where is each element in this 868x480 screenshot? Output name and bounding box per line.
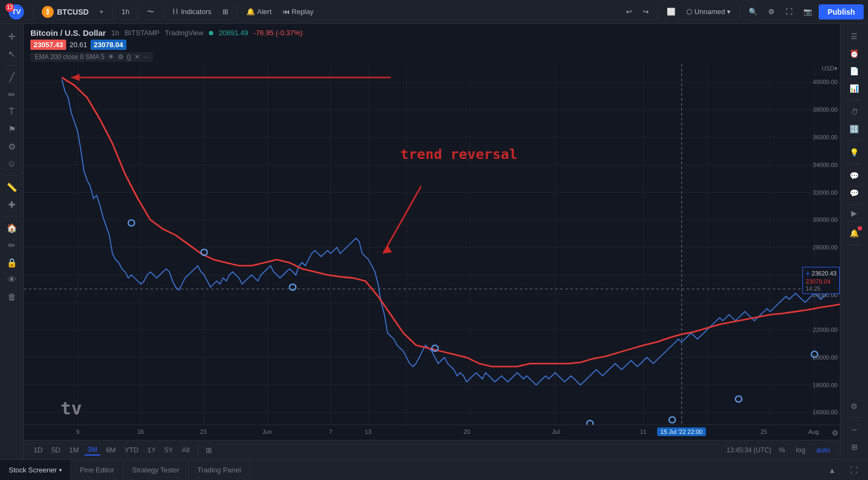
alerts-ring-btn[interactable]: 🔔 [845,225,864,241]
indicator-close-btn[interactable]: ✕ [135,53,140,61]
tab-strategy-tester[interactable]: Strategy Tester [123,460,188,480]
anchor-tool[interactable]: ⚑ [2,121,22,137]
time-1y[interactable]: 1Y [144,445,159,455]
time-1d[interactable]: 1D [30,445,46,455]
snapshot-icon: 📷 [803,8,812,16]
symbol-button[interactable]: ₿ BTCUSD [37,4,93,20]
indicator-settings-btn[interactable]: ⚙ [118,53,124,61]
svg-point-38 [669,417,675,423]
chat2-btn[interactable]: 💬 [845,185,864,201]
layouts-icon: ⊞ [222,8,228,16]
emoji-tool[interactable]: ☺ [2,156,22,172]
layouts-button[interactable]: ⊞ [218,5,233,18]
pattern-tool[interactable]: ⚙ [2,138,22,155]
time-ytd[interactable]: YTD [121,445,142,455]
pen-tool[interactable]: ✏ [2,86,22,103]
date-settings-btn[interactable]: ⚙ [832,428,839,438]
chart-canvas[interactable]: trend reversal tv 40000.00 38000.00 3600… [24,64,840,425]
ideas-btn[interactable]: 📊 [845,80,864,97]
replay-icon: ⏮ [283,8,290,16]
chart-symbol-full: Bitcoin / U.S. Dollar [30,28,106,37]
left-toolbar: ✛ ↖ ╱ ✏ T ⚑ ⚙ ☺ 📏 ✚ 🏠 ✏ 🔒 👁 🗑 [0,24,24,459]
tab-stock-screener[interactable]: Stock Screener ▾ [0,460,71,480]
timeframe-label: 1h [122,8,129,16]
svg-marker-32 [383,245,392,254]
publish-button[interactable]: Publish [819,4,864,20]
text-tool[interactable]: T [2,104,22,120]
stock-screener-label: Stock Screener [9,466,57,474]
alert-icon: 🔔 [246,8,255,16]
indicators-label: Indicators [181,8,211,16]
main-toolbar: TV 13 ₿ BTCUSD + 1h 〜 ⌇⌇ Indicators ⊞ 🔔 … [0,0,868,24]
add-symbol-button[interactable]: + [95,5,108,18]
watchlist-btn[interactable]: ☰ [845,28,864,44]
delete-tool[interactable]: 🗑 [2,289,22,305]
time-6m[interactable]: 6M [103,445,119,455]
auto-toggle[interactable]: auto [813,445,833,455]
fullscreen-button[interactable]: ⛶ [781,5,797,18]
svg-point-37 [587,420,593,425]
measure-tool[interactable]: 📏 [2,179,22,195]
time-5y[interactable]: 5Y [161,445,176,455]
magnet-tool[interactable]: 🏠 [2,220,22,236]
chat-btn[interactable]: 💬 [845,168,864,184]
data-window-btn[interactable]: ⏱ [845,104,864,120]
replay-button[interactable]: ⏮ Replay [278,5,318,18]
template-button[interactable]: ⬡ Unnamed ▾ [682,5,735,18]
search-button[interactable]: 🔍 [744,5,762,18]
alert-button[interactable]: 🔔 Alert [242,5,276,18]
indicators-button[interactable]: ⌇⌇ Indicators [168,5,215,18]
expand-panel-btn[interactable]: ↔ [845,421,864,438]
fullscreen-bottom-btn[interactable]: ⛶ [844,462,864,478]
log-toggle[interactable]: log [793,445,808,455]
current-time: 13:45:34 (UTC) [726,446,771,454]
timeframe-button[interactable]: 1h [117,5,133,18]
time-toolbar: 1D 5D 1M 3M 6M YTD 1Y 5Y All ⊞ 13:45:34 … [24,440,840,459]
trading-panel-label: Trading Panel [197,466,241,474]
panel-grid-btn[interactable]: ⊞ [845,439,864,455]
compare-button[interactable]: ⊞ [202,445,215,456]
tab-pine-editor[interactable]: Pine Editor [71,460,124,480]
alerts-btn[interactable]: ⏰ [845,46,864,62]
date-label-13: 13 [365,428,372,435]
template-label: Unnamed [694,8,725,16]
indicator-visible-btn[interactable]: 👁 [108,53,114,61]
settings-button[interactable]: ⚙ [764,5,779,18]
replay-label: Replay [292,8,314,16]
tab-trading-panel[interactable]: Trading Panel [189,460,250,480]
tv-logo[interactable]: TV 13 [4,2,28,22]
chart-header: Bitcoin / U.S. Dollar 1h BITSTAMP Tradin… [24,24,840,64]
panel-settings-btn[interactable]: ⚙ [845,398,864,414]
time-5d[interactable]: 5D [48,445,64,455]
date-label-23: 23 [200,428,207,435]
indicators-icon: ⌇⌇ [172,8,178,16]
move-tool[interactable]: ↖ [2,46,22,62]
percent-toggle[interactable]: % [776,445,789,455]
calendar-btn[interactable]: 🔢 [845,121,864,137]
layout-icon: ⬜ [667,8,675,16]
chart-type-button[interactable]: 〜 [143,5,158,19]
undo-button[interactable]: ↩ [622,5,636,18]
expand-bottom-btn[interactable]: ▲ [822,462,842,478]
lock-tool[interactable]: 🔒 [2,254,22,271]
time-display-area: 13:45:34 (UTC) % log auto [726,445,833,455]
hide-tool[interactable]: 👁 [2,272,22,288]
indicator-more-btn[interactable]: ··· [143,53,149,61]
time-all[interactable]: All [178,445,193,455]
time-1m[interactable]: 1M [66,445,82,455]
undo-icon: ↩ [626,8,632,16]
redo-button[interactable]: ↪ [639,5,653,18]
snapshot-button[interactable]: 📷 [799,5,816,18]
news-btn[interactable]: 📄 [845,63,864,79]
stay-tool[interactable]: ✏ [2,237,22,253]
zoom-tool[interactable]: ✚ [2,196,22,213]
indicator-code-btn[interactable]: {} [127,53,131,61]
live-stream-btn[interactable]: ▶ [851,208,857,218]
indicator-bar: EMA 200 close 0 SMA 5 👁 ⚙ {} ✕ ··· [30,52,153,62]
layout-button[interactable]: ⬜ [662,5,680,18]
tips-btn[interactable]: 💡 [845,144,864,161]
crosshair-tool[interactable]: ✛ [2,28,22,44]
trendline-tool[interactable]: ╱ [2,69,22,85]
notification-badge: 13 [5,3,14,12]
time-3m[interactable]: 3M [84,444,100,456]
